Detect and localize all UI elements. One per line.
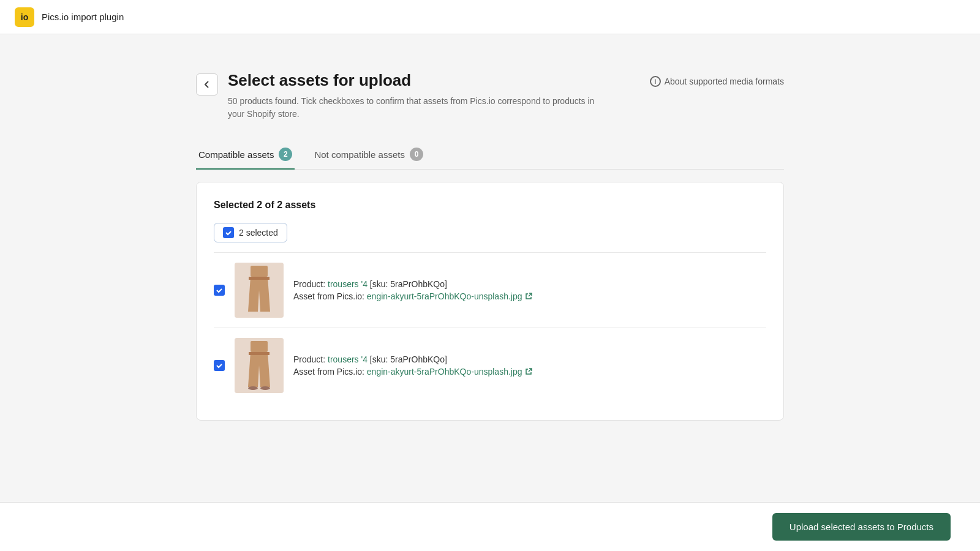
asset-list-container: Selected 2 of 2 assets 2 selected — [196, 182, 784, 421]
select-all-button[interactable]: 2 selected — [214, 223, 287, 242]
asset-prefix-2: Asset from Pics.io: — [293, 367, 367, 377]
svg-point-6 — [248, 386, 258, 390]
app-header: io Pics.io import plugin — [0, 0, 980, 34]
asset-image-1 — [235, 263, 284, 318]
tab-compatible[interactable]: Compatible assets 2 — [196, 140, 295, 170]
external-link-icon — [525, 293, 532, 300]
back-arrow-icon — [202, 80, 212, 89]
external-link-icon — [525, 368, 532, 375]
asset-info-1: Product: trousers '4 [sku: 5raPrOhbKQo] … — [293, 279, 766, 301]
asset-checkbox-1[interactable] — [214, 285, 225, 296]
svg-rect-5 — [249, 352, 270, 355]
product-link-2[interactable]: trousers '4 — [328, 354, 368, 364]
tab-compatible-badge: 2 — [279, 148, 292, 161]
asset-thumbnail-1 — [235, 263, 284, 318]
footer: Upload selected assets to Products — [0, 502, 980, 551]
page-subtitle: 50 products found. Tick checkboxes to co… — [228, 95, 608, 121]
svg-point-7 — [260, 386, 270, 390]
checkmark-icon — [225, 229, 232, 236]
asset-image-2 — [235, 338, 284, 393]
asset-prefix-1: Asset from Pics.io: — [293, 291, 367, 301]
tab-not-compatible-badge: 0 — [410, 148, 423, 161]
product-sku-1: [sku: 5raPrOhbKQo] — [368, 279, 447, 289]
tab-not-compatible-label: Not compatible assets — [314, 149, 405, 160]
app-logo: io — [15, 7, 34, 27]
page-header: Select assets for upload 50 products fou… — [196, 71, 784, 121]
select-all-row: 2 selected — [214, 223, 766, 242]
asset-thumbnail-2 — [235, 338, 284, 393]
checkmark-icon — [216, 287, 223, 294]
product-link-1[interactable]: trousers '4 — [328, 279, 368, 289]
checkmark-icon — [216, 362, 223, 369]
table-row: Product: trousers '4 [sku: 5raPrOhbKQo] … — [214, 252, 766, 328]
back-button[interactable] — [196, 73, 218, 96]
svg-rect-2 — [249, 277, 270, 280]
asset-list-title: Selected 2 of 2 assets — [214, 200, 766, 211]
asset-product-line-1: Product: trousers '4 [sku: 5raPrOhbKQo] — [293, 279, 766, 289]
asset-file-link-1[interactable]: engin-akyurt-5raPrOhbKQo-unsplash.jpg — [367, 291, 532, 301]
tabs: Compatible assets 2 Not compatible asset… — [196, 140, 784, 170]
svg-rect-1 — [251, 266, 268, 277]
asset-info-2: Product: trousers '4 [sku: 5raPrOhbKQo] … — [293, 354, 766, 377]
page-title: Select assets for upload — [228, 71, 608, 90]
main-content: Select assets for upload 50 products fou… — [0, 34, 980, 519]
table-row: Product: trousers '4 [sku: 5raPrOhbKQo] … — [214, 328, 766, 403]
info-link-label: About supported media formats — [665, 77, 784, 86]
upload-button[interactable]: Upload selected assets to Products — [772, 513, 951, 541]
svg-rect-4 — [251, 341, 268, 352]
info-icon: i — [650, 76, 661, 87]
content-wrapper: Select assets for upload 50 products fou… — [196, 71, 784, 482]
info-link[interactable]: i About supported media formats — [650, 76, 784, 87]
tab-compatible-label: Compatible assets — [198, 149, 274, 160]
asset-product-line-2: Product: trousers '4 [sku: 5raPrOhbKQo] — [293, 354, 766, 364]
tab-not-compatible[interactable]: Not compatible assets 0 — [312, 140, 426, 170]
product-prefix-1: Product: — [293, 279, 328, 289]
product-prefix-2: Product: — [293, 354, 328, 364]
select-all-label: 2 selected — [239, 228, 278, 238]
select-all-checkbox — [223, 227, 234, 238]
product-sku-2: [sku: 5raPrOhbKQo] — [368, 354, 447, 364]
asset-checkbox-2[interactable] — [214, 360, 225, 371]
asset-file-line-2: Asset from Pics.io: engin-akyurt-5raPrOh… — [293, 367, 766, 377]
asset-file-line-1: Asset from Pics.io: engin-akyurt-5raPrOh… — [293, 291, 766, 301]
asset-file-link-2[interactable]: engin-akyurt-5raPrOhbKQo-unsplash.jpg — [367, 367, 532, 377]
page-title-block: Select assets for upload 50 products fou… — [228, 71, 608, 121]
page-header-left: Select assets for upload 50 products fou… — [196, 71, 608, 121]
app-title: Pics.io import plugin — [42, 12, 124, 22]
